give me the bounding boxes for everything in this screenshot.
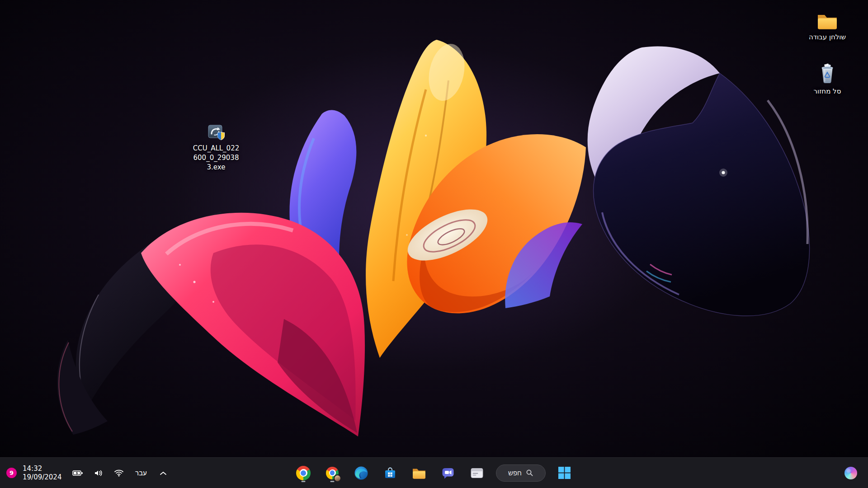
taskbar-search[interactable]: חפש xyxy=(496,465,546,482)
installer-exe-icon xyxy=(207,123,225,141)
magnifier-icon xyxy=(526,469,533,477)
installer-exe-shortcut[interactable]: CCU_ALL_022 600_0_29038 3.exe xyxy=(190,123,242,172)
edge-button[interactable] xyxy=(351,463,371,483)
wallpaper-image xyxy=(0,0,868,488)
taskbar: 9 14:32 19/09/2024 xyxy=(0,457,868,488)
recycle-bin-icon xyxy=(818,62,836,84)
microsoft-store-button[interactable] xyxy=(380,463,400,483)
desktop-folder-shortcut[interactable]: שולחן עבודה xyxy=(801,12,854,42)
profile-avatar xyxy=(334,474,341,482)
chrome-icon xyxy=(296,466,311,480)
recycle-bin-label: סל מחזור xyxy=(814,87,841,96)
system-tray: 9 14:32 19/09/2024 xyxy=(6,458,170,488)
hidden-icons-chevron[interactable] xyxy=(156,468,170,478)
folder-icon xyxy=(816,12,838,30)
battery-charging-icon[interactable] xyxy=(70,468,85,479)
microsoft-store-icon xyxy=(383,466,397,480)
search-label: חפש xyxy=(508,469,522,477)
edge-icon xyxy=(354,466,368,480)
exe-label-line-3: 3.exe xyxy=(207,163,226,171)
file-explorer-button[interactable] xyxy=(409,463,429,483)
exe-label-line-1: CCU_ALL_022 xyxy=(193,144,240,152)
clock-time: 14:32 xyxy=(23,465,64,473)
windows-logo-icon xyxy=(558,467,571,479)
clock[interactable]: 14:32 19/09/2024 xyxy=(23,465,64,481)
chrome-button[interactable] xyxy=(293,463,313,483)
running-indicator xyxy=(330,481,335,482)
teams-chat-icon xyxy=(441,466,455,480)
taskbar-center: חפש xyxy=(293,458,575,488)
desktop-folder-label: שולחן עבודה xyxy=(809,33,846,42)
file-explorer-icon xyxy=(412,467,426,479)
chrome-profile-button[interactable] xyxy=(322,463,342,483)
installer-exe-label: CCU_ALL_022 600_0_29038 3.exe xyxy=(193,144,240,172)
volume-icon[interactable] xyxy=(91,467,106,479)
recycle-bin-shortcut[interactable]: סל מחזור xyxy=(801,62,854,96)
language-indicator[interactable]: עבר xyxy=(132,469,150,477)
clock-date: 19/09/2024 xyxy=(23,474,64,481)
app-window-button[interactable] xyxy=(467,463,487,483)
app-window-icon xyxy=(470,467,484,479)
wifi-icon[interactable] xyxy=(112,467,126,479)
copilot-button[interactable] xyxy=(844,467,857,479)
running-indicator xyxy=(302,481,306,482)
teams-chat-button[interactable] xyxy=(438,463,458,483)
exe-label-line-2: 600_0_29038 xyxy=(193,154,239,162)
notification-badge[interactable]: 9 xyxy=(6,468,17,478)
start-button[interactable] xyxy=(555,463,575,483)
